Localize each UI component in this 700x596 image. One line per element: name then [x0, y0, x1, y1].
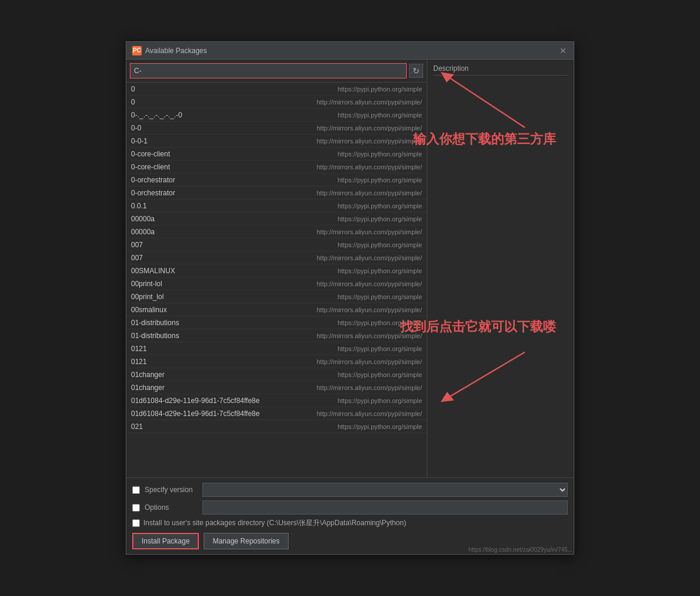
install-user-text: Install to user's site packages director…: [143, 518, 406, 528]
specify-version-checkbox[interactable]: [132, 486, 140, 494]
package-row[interactable]: 0.0.1https://pypi.python.org/simple: [126, 199, 427, 212]
package-name: 0-0: [131, 124, 225, 132]
annotation-text-1: 输入你想下载的第三方库: [413, 130, 556, 148]
version-row: Specify version: [132, 483, 568, 497]
package-row[interactable]: 0-core-clienthttp://mirrors.aliyun.com/p…: [126, 161, 427, 173]
options-input[interactable]: [202, 500, 568, 515]
package-name: 0: [131, 98, 225, 106]
close-button[interactable]: ✕: [558, 46, 568, 55]
options-row: Options: [132, 500, 568, 515]
package-row[interactable]: 01-distributionshttps://pypi.python.org/…: [126, 316, 427, 329]
package-source: https://pypi.python.org/simple: [338, 423, 422, 430]
package-name: 0-orchestrator: [131, 189, 225, 197]
package-row[interactable]: 00000ahttp://mirrors.aliyun.com/pypi/sim…: [126, 225, 427, 238]
title-bar-left: PC Available Packages: [132, 46, 207, 55]
search-bar-wrapper: ↻: [126, 60, 427, 83]
package-source: http://mirrors.aliyun.com/pypi/simple/: [317, 228, 423, 235]
package-row[interactable]: 0-._.-._.-._.-._.-0https://pypi.python.o…: [126, 109, 427, 122]
package-name: 0121: [131, 358, 225, 366]
package-row[interactable]: 01changerhttps://pypi.python.org/simple: [126, 368, 427, 381]
package-row[interactable]: 0-orchestratorhttps://pypi.python.org/si…: [126, 173, 427, 186]
search-input[interactable]: [130, 63, 407, 78]
package-source: https://pypi.python.org/simple: [338, 345, 422, 352]
package-name: 01changer: [131, 384, 225, 392]
package-source: http://mirrors.aliyun.com/pypi/simple/: [317, 384, 423, 391]
package-row[interactable]: 007http://mirrors.aliyun.com/pypi/simple…: [126, 251, 427, 264]
package-name: 00000a: [131, 215, 225, 223]
package-row[interactable]: 0121http://mirrors.aliyun.com/pypi/simpl…: [126, 355, 427, 368]
package-source: http://mirrors.aliyun.com/pypi/simple/: [317, 254, 423, 261]
specify-version-label: Specify version: [145, 486, 198, 494]
package-source: https://pypi.python.org/simple: [338, 397, 422, 404]
package-source: http://mirrors.aliyun.com/pypi/simple/: [317, 137, 423, 145]
install-user-row: Install to user's site packages director…: [132, 518, 568, 528]
package-name: 0-orchestrator: [131, 176, 225, 184]
package-row[interactable]: 01-distributionshttp://mirrors.aliyun.co…: [126, 329, 427, 342]
package-row[interactable]: 01d61084-d29e-11e9-96d1-7c5cf84ffe8ehttp…: [126, 407, 427, 420]
available-packages-dialog: PC Available Packages ✕ ↻ 0https://pypi.…: [126, 41, 574, 555]
package-source: http://mirrors.aliyun.com/pypi/simple/: [317, 189, 423, 197]
version-select[interactable]: [202, 483, 568, 497]
package-name: 0-core-client: [131, 163, 225, 171]
package-source: https://pypi.python.org/simple: [338, 86, 422, 93]
package-source: https://pypi.python.org/simple: [338, 176, 422, 184]
package-name: 01-distributions: [131, 332, 225, 340]
package-source: http://mirrors.aliyun.com/pypi/simple/: [317, 306, 423, 313]
package-row[interactable]: 0-orchestratorhttp://mirrors.aliyun.com/…: [126, 186, 427, 199]
package-row[interactable]: 0-0http://mirrors.aliyun.com/pypi/simple…: [126, 122, 427, 135]
package-source: http://mirrors.aliyun.com/pypi/simple/: [317, 358, 423, 365]
package-row[interactable]: 00SMALINUXhttps://pypi.python.org/simple: [126, 264, 427, 277]
package-list[interactable]: 0https://pypi.python.org/simple0http://m…: [126, 83, 427, 477]
svg-line-0: [446, 76, 525, 128]
package-name: 0: [131, 85, 225, 93]
package-name: 00print-lol: [131, 280, 225, 288]
package-row[interactable]: 00print-lolhttp://mirrors.aliyun.com/pyp…: [126, 277, 427, 290]
package-name: 021: [131, 423, 225, 431]
content-area: ↻ 0https://pypi.python.org/simple0http:/…: [126, 60, 574, 477]
refresh-button[interactable]: ↻: [409, 64, 423, 78]
options-label: Options: [145, 503, 198, 512]
package-row[interactable]: 01changerhttp://mirrors.aliyun.com/pypi/…: [126, 381, 427, 394]
package-name: 01changer: [131, 371, 225, 379]
svg-line-1: [446, 352, 525, 399]
package-source: http://mirrors.aliyun.com/pypi/simple/: [317, 280, 423, 287]
package-row[interactable]: 0-0-1http://mirrors.aliyun.com/pypi/simp…: [126, 135, 427, 148]
options-checkbox[interactable]: [132, 504, 140, 512]
package-name: 0.0.1: [131, 202, 225, 210]
install-user-checkbox[interactable]: [132, 519, 140, 527]
package-name: 0121: [131, 345, 225, 353]
package-row[interactable]: 00000ahttps://pypi.python.org/simple: [126, 212, 427, 225]
package-source: https://pypi.python.org/simple: [338, 215, 422, 222]
package-row[interactable]: 01d61084-d29e-11e9-96d1-7c5cf84ffe8ehttp…: [126, 394, 427, 407]
watermark: https://blog.csdn.net/zai0029yu/in/745..…: [469, 546, 573, 553]
package-source: https://pypi.python.org/simple: [338, 319, 422, 326]
package-source: https://pypi.python.org/simple: [338, 371, 422, 378]
package-row[interactable]: 0-core-clienthttps://pypi.python.org/sim…: [126, 148, 427, 161]
dialog-title: Available Packages: [145, 47, 207, 55]
package-source: https://pypi.python.org/simple: [338, 112, 422, 119]
package-name: 00SMALINUX: [131, 267, 225, 275]
description-label: Description: [433, 64, 568, 76]
package-row[interactable]: 0https://pypi.python.org/simple: [126, 83, 427, 96]
manage-repositories-button[interactable]: Manage Repositories: [204, 533, 288, 549]
package-row[interactable]: 007https://pypi.python.org/simple: [126, 238, 427, 251]
package-source: https://pypi.python.org/simple: [338, 267, 422, 274]
annotation-arrows: [427, 60, 574, 477]
package-row[interactable]: 021https://pypi.python.org/simple: [126, 420, 427, 433]
package-name: 007: [131, 254, 225, 262]
package-name: 0-._.-._.-._.-._.-0: [131, 111, 225, 119]
left-panel: ↻ 0https://pypi.python.org/simple0http:/…: [126, 60, 427, 477]
package-row[interactable]: 00smalinuxhttp://mirrors.aliyun.com/pypi…: [126, 303, 427, 316]
pycharm-icon: PC: [132, 46, 142, 55]
package-source: https://pypi.python.org/simple: [338, 150, 422, 158]
package-source: http://mirrors.aliyun.com/pypi/simple/: [317, 332, 423, 339]
package-name: 01d61084-d29e-11e9-96d1-7c5cf84ffe8e: [131, 410, 260, 418]
package-name: 007: [131, 241, 225, 249]
package-name: 01-distributions: [131, 319, 225, 327]
package-row[interactable]: 0121https://pypi.python.org/simple: [126, 342, 427, 355]
package-row[interactable]: 00print_lolhttps://pypi.python.org/simpl…: [126, 290, 427, 303]
package-source: https://pypi.python.org/simple: [338, 241, 422, 248]
title-bar: PC Available Packages ✕: [126, 42, 574, 60]
install-package-button[interactable]: Install Package: [132, 533, 199, 549]
package-row[interactable]: 0http://mirrors.aliyun.com/pypi/simple/: [126, 96, 427, 109]
